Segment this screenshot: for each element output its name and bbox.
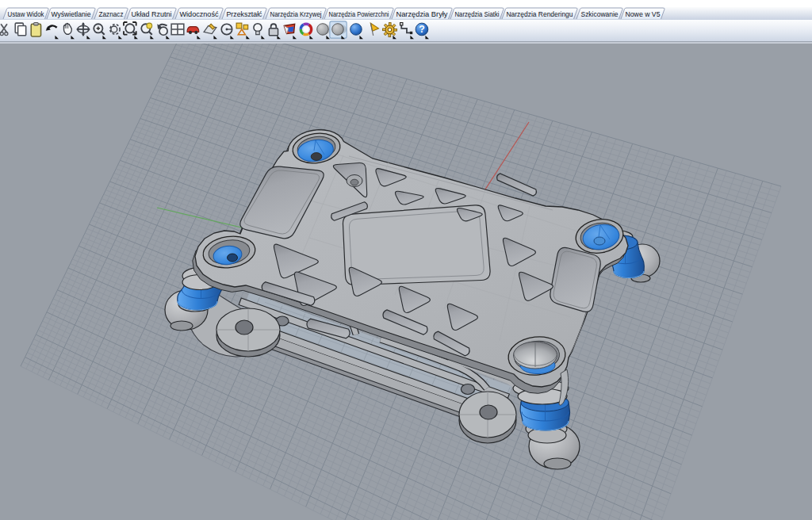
svg-text:Nowe w V5: Nowe w V5: [626, 10, 661, 18]
svg-text:Ustaw Widok: Ustaw Widok: [8, 10, 44, 18]
svg-text:Narzędzia Powierzchni: Narzędzia Powierzchni: [329, 10, 389, 18]
svg-text:Przekształć: Przekształć: [227, 10, 262, 18]
svg-text:Narzędzia Bryły: Narzędzia Bryły: [396, 10, 448, 18]
svg-text:Wyświetlanie: Wyświetlanie: [52, 10, 91, 18]
svg-text:Narzędzia Renderingu: Narzędzia Renderingu: [507, 10, 573, 18]
svg-text:Narzędzia Siatki: Narzędzia Siatki: [455, 10, 500, 18]
svg-text:Zaznacz: Zaznacz: [99, 10, 124, 18]
svg-text:Widoczność: Widoczność: [180, 10, 219, 18]
svg-text:Układ Rzutni: Układ Rzutni: [132, 10, 172, 18]
svg-text:Szkicowanie: Szkicowanie: [581, 10, 619, 18]
svg-text:Narzędzia Krzywej: Narzędzia Krzywej: [270, 10, 322, 18]
svg-text:?: ?: [419, 24, 425, 35]
